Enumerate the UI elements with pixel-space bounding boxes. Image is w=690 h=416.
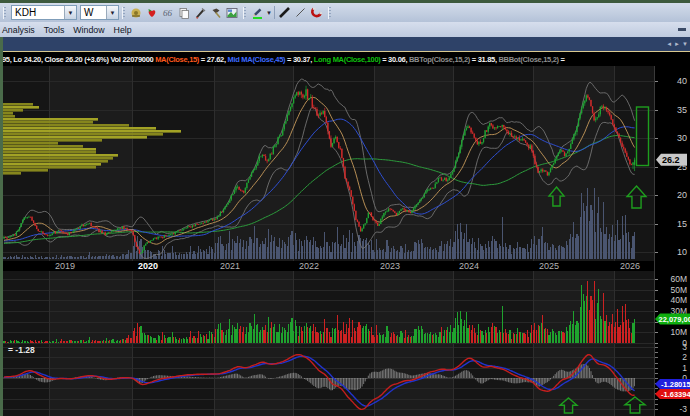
- price-volume-bar: [281, 248, 282, 259]
- tab-scroll-right-icon[interactable]: ►: [674, 41, 680, 47]
- price-volume-bar: [242, 247, 243, 259]
- price-volume-bar: [380, 250, 381, 259]
- volume-bar: [326, 328, 327, 343]
- candle-body: [422, 197, 423, 198]
- menu-tools[interactable]: Tools: [39, 25, 69, 35]
- magnet-snap-icon[interactable]: [310, 6, 323, 19]
- year-band: [374, 66, 453, 261]
- interval-combobox[interactable]: W ▼: [80, 5, 119, 20]
- candle-body: [290, 107, 291, 111]
- volume-bar: [298, 336, 299, 343]
- toolbar-grip[interactable]: [328, 7, 331, 19]
- candle-body: [565, 153, 566, 156]
- volume-bar: [338, 330, 339, 343]
- volume-bar: [27, 341, 28, 343]
- volume-bar: [614, 327, 615, 343]
- price-volume-bar: [539, 239, 540, 259]
- copy-sheets-icon[interactable]: [178, 6, 191, 19]
- candle-body: [42, 231, 43, 233]
- candle-body: [327, 123, 328, 131]
- volume-bar: [494, 326, 495, 343]
- x-axis-year-label: 2021: [220, 261, 240, 271]
- tools-icon[interactable]: [210, 6, 223, 19]
- price-volume-bar: [614, 241, 615, 259]
- price-volume-bar: [444, 244, 445, 259]
- volume-bar: [25, 341, 26, 343]
- volume-bar: [186, 337, 187, 343]
- menu-analysis[interactable]: Analysis: [0, 25, 39, 35]
- candle-body: [444, 178, 445, 180]
- volume-bar: [159, 336, 160, 343]
- candle-body: [215, 219, 216, 220]
- minimize-button[interactable]: [678, 28, 686, 31]
- candle-body: [58, 230, 59, 231]
- toolbar-grip[interactable]: [3, 7, 6, 19]
- price-volume-bar: [567, 245, 568, 259]
- candle-body: [100, 230, 101, 232]
- comments-icon[interactable]: 66: [162, 6, 175, 19]
- favorites-icon[interactable]: [146, 6, 159, 19]
- candle-body: [78, 228, 79, 229]
- alerts-icon[interactable]: [130, 6, 143, 19]
- candle-body: [186, 228, 187, 229]
- price-volume-bar: [108, 256, 109, 259]
- price-volume-bar: [436, 250, 437, 259]
- volume-bar: [147, 335, 148, 343]
- price-volume-bar: [581, 193, 582, 259]
- volume-bar: [183, 338, 184, 343]
- volume-bar: [240, 326, 241, 343]
- volume-bar: [60, 341, 61, 343]
- candle-body: [33, 221, 34, 224]
- symbol-combobox-dropdown-icon[interactable]: ▼: [64, 6, 76, 19]
- candle-body: [196, 224, 197, 225]
- toolbar-grip[interactable]: [243, 7, 246, 19]
- chart-area[interactable]: 4035302520151060M50M40M30M10M03210-32019…: [0, 66, 690, 416]
- price-volume-bar: [475, 248, 476, 259]
- volume-bar: [193, 336, 194, 343]
- volume-bar: [58, 342, 59, 343]
- annotation-icon[interactable]: [194, 6, 207, 19]
- volume-bar: [547, 329, 548, 343]
- volume-bar: [555, 333, 556, 343]
- price-volume-bar: [237, 236, 238, 259]
- candle-body: [178, 230, 179, 231]
- volume-bar: [214, 337, 215, 343]
- price-volume-bar: [248, 246, 249, 259]
- chart-image-icon[interactable]: [226, 6, 239, 19]
- volume-bar: [566, 327, 567, 343]
- volume-bar: [598, 289, 599, 343]
- interval-combobox-value[interactable]: W: [81, 7, 106, 18]
- tab-scroll-left-icon[interactable]: ◄: [666, 41, 672, 47]
- volume-bar: [265, 325, 266, 343]
- trendline-tool-icon[interactable]: [278, 6, 291, 19]
- volume-bar: [528, 337, 529, 343]
- menu-help[interactable]: Help: [109, 25, 136, 35]
- info-segment-10: =: [559, 55, 565, 64]
- draw-pencil-icon[interactable]: [251, 6, 264, 19]
- volume-bar: [77, 341, 78, 343]
- year-band: [453, 66, 533, 261]
- price-volume-bar: [217, 243, 218, 259]
- candle-body: [598, 114, 599, 117]
- price-volume-bar: [397, 250, 398, 259]
- interval-combobox-dropdown-icon[interactable]: ▼: [106, 6, 118, 19]
- candle-body: [446, 178, 447, 181]
- symbol-combobox-value[interactable]: KDH: [12, 7, 64, 18]
- candle-body: [340, 148, 341, 149]
- volume-bar: [10, 340, 11, 343]
- candle-body: [539, 171, 540, 173]
- volume-bar: [321, 334, 322, 343]
- ray-line-tool-icon[interactable]: [294, 6, 307, 19]
- toolbar-grip[interactable]: [122, 7, 125, 19]
- price-volume-bar: [326, 242, 327, 259]
- tab-list-dropdown-icon[interactable]: ▼: [682, 41, 688, 47]
- draw-pencil-dropdown-icon[interactable]: ▼: [266, 10, 272, 16]
- menu-window[interactable]: Window: [69, 25, 109, 35]
- symbol-combobox[interactable]: KDH ▼: [11, 5, 77, 20]
- info-segment-6: = 30.06,: [380, 55, 408, 64]
- volume-bar: [397, 335, 398, 343]
- volume-bar: [443, 336, 444, 343]
- candle-body: [492, 125, 493, 128]
- volume-bar: [432, 335, 433, 343]
- candle-body: [189, 226, 190, 227]
